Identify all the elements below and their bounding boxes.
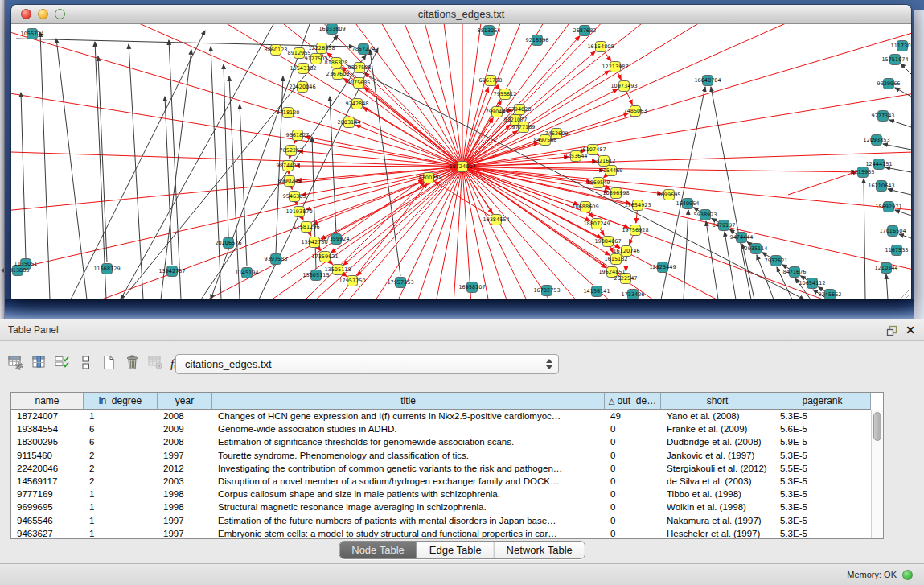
- table-row[interactable]: 911546021997Tourette syndrome. Phenomeno…: [11, 449, 883, 462]
- graph-edge: [462, 167, 498, 299]
- cell-title: Investigating the contribution of common…: [212, 462, 605, 475]
- graph-edge: [462, 167, 590, 220]
- show-columns-button[interactable]: [30, 355, 48, 373]
- graph-edge: [330, 97, 336, 233]
- column-header-in_degree[interactable]: in_degree: [84, 393, 158, 410]
- graph-node-label: 13505115: [302, 272, 329, 278]
- tab-node-table[interactable]: Node Table: [339, 542, 417, 558]
- cell-in_degree: 1: [84, 514, 158, 527]
- memory-indicator-icon[interactable]: [902, 570, 913, 580]
- graph-node-label: 9474444: [730, 234, 754, 241]
- cell-title: Corpus callosum shape and size in male p…: [212, 488, 605, 501]
- float-panel-icon: [886, 325, 897, 336]
- graph-edge: [883, 144, 911, 150]
- graph-node-label: 1167533: [885, 247, 909, 253]
- column-header-year[interactable]: year: [158, 393, 212, 410]
- table-settings-button[interactable]: [6, 355, 25, 373]
- graph-node-label: 9827508: [348, 64, 372, 71]
- network-table-selector[interactable]: citations_edges.txt: [175, 354, 559, 374]
- cell-pagerank: 5.6E-5: [774, 422, 871, 435]
- graph-node-label: 2935114: [745, 245, 768, 252]
- left-panel-collapse-strip[interactable]: [0, 0, 5, 319]
- cell-name: 22420046: [11, 462, 84, 475]
- select-rows-button[interactable]: [53, 355, 72, 373]
- graph-edge: [895, 210, 911, 216]
- table-type-tabs: Node TableEdge TableNetwork Table: [339, 541, 585, 559]
- graph-edge: [343, 167, 462, 265]
- cell-title: Disruption of a novel member of a sodium…: [212, 475, 605, 488]
- import-table-button[interactable]: [146, 355, 165, 373]
- graph-node-label: 16210643: [868, 183, 894, 189]
- graph-edge: [370, 50, 400, 276]
- new-file-icon: [101, 355, 117, 373]
- row-height-button[interactable]: [76, 355, 95, 373]
- graph-edge: [121, 24, 273, 299]
- table-panel-header: Table Panel ✕: [0, 319, 924, 341]
- cell-name: 9777169: [11, 488, 84, 501]
- graph-node-label: 9242848: [346, 101, 369, 107]
- graph-edge: [462, 167, 856, 172]
- window-titlebar[interactable]: citations_edges.txt: [11, 5, 911, 24]
- new-column-button[interactable]: [100, 355, 118, 373]
- graph-node-label: 8215955: [852, 169, 875, 175]
- table-row[interactable]: 1938455462009Genome-wide association stu…: [11, 422, 883, 435]
- table-row[interactable]: 969969511998Structural magnetic resonanc…: [11, 501, 883, 513]
- column-header-title[interactable]: title: [212, 393, 605, 410]
- column-header-short[interactable]: short: [661, 393, 774, 410]
- delete-column-button[interactable]: [123, 355, 142, 373]
- graph-node-label: 9227343: [872, 113, 895, 119]
- graph-node-label: 10654112: [799, 280, 825, 286]
- graph-node-label: 11568129: [93, 266, 120, 272]
- graph-node-label: 2803144: [338, 119, 361, 126]
- table-row[interactable]: 2242004622012Investigating the contribut…: [11, 462, 883, 475]
- table-row[interactable]: 946362711997Embryonic stem cells: a mode…: [11, 527, 883, 540]
- cell-in_degree: 1: [84, 410, 158, 422]
- close-panel-button[interactable]: ✕: [906, 323, 915, 337]
- float-panel-button[interactable]: [886, 325, 897, 336]
- column-header-out_degree[interactable]: △out_de…: [605, 393, 661, 410]
- cell-year: 2009: [158, 422, 212, 435]
- network-window[interactable]: citations_edges.txt 10557241603380978572…: [11, 5, 911, 299]
- cell-name: 14569117: [11, 475, 84, 488]
- cell-name: 9465546: [11, 514, 84, 527]
- graph-node-label: 1640954: [676, 200, 700, 207]
- cell-short: Dudbridge et al. (2008): [661, 435, 774, 448]
- table-toolbar: f(x): [6, 350, 188, 377]
- tab-network-table[interactable]: Network Table: [495, 542, 585, 558]
- table-row[interactable]: 946554611997Estimation of the future num…: [11, 514, 883, 527]
- tab-edge-table[interactable]: Edge Table: [417, 542, 495, 558]
- column-header-pagerank[interactable]: pagerank: [774, 393, 871, 410]
- table-row[interactable]: 1872400712008Changes of HCN gene express…: [11, 410, 883, 422]
- column-header-name[interactable]: name: [11, 393, 84, 410]
- cell-pagerank: 5.3E-5: [774, 475, 871, 488]
- graph-node-label: 7852263: [280, 147, 303, 154]
- graph-node-label: 7932621: [765, 257, 788, 264]
- graph-node-label: 14136141: [583, 288, 610, 295]
- cell-pagerank: 5.5E-5: [774, 462, 871, 475]
- citation-network-graph[interactable]: 1055724160338097857224881305492185962687…: [11, 24, 911, 299]
- graph-edge: [711, 87, 751, 299]
- vertical-scrollbar[interactable]: [871, 410, 883, 538]
- network-view[interactable]: 1055724160338097857224881305492185962687…: [11, 24, 911, 299]
- graph-edge: [684, 210, 688, 299]
- table-row[interactable]: 1456911722003Disruption of a novel membe…: [11, 475, 883, 488]
- cell-pagerank: 5.3E-5: [774, 449, 871, 462]
- graph-edge: [462, 167, 761, 299]
- graph-node-label: 9361827: [286, 132, 310, 138]
- graph-edge: [224, 64, 228, 237]
- graph-node-label: 11581296: [293, 224, 319, 230]
- cell-year: 2012: [158, 462, 212, 475]
- cell-short: Yano et al. (2008): [661, 410, 774, 422]
- selected-table-name: citations_edges.txt: [185, 355, 272, 374]
- graph-node-label: 8186328: [325, 60, 348, 66]
- graph-edge: [888, 189, 911, 195]
- cell-year: 1998: [158, 488, 212, 501]
- table-disabled-icon: [148, 355, 163, 373]
- table-row[interactable]: 977716911998Corpus callosum shape and si…: [11, 488, 883, 501]
- graph-node-label: 7462609: [545, 130, 569, 137]
- right-panel-collapse-strip[interactable]: [914, 10, 924, 319]
- table-row[interactable]: 1830029562008Estimation of significance …: [11, 435, 883, 448]
- graph-edge: [21, 93, 26, 259]
- cell-short: Franke et al. (2009): [661, 422, 774, 435]
- scrollbar-thumb[interactable]: [873, 412, 881, 441]
